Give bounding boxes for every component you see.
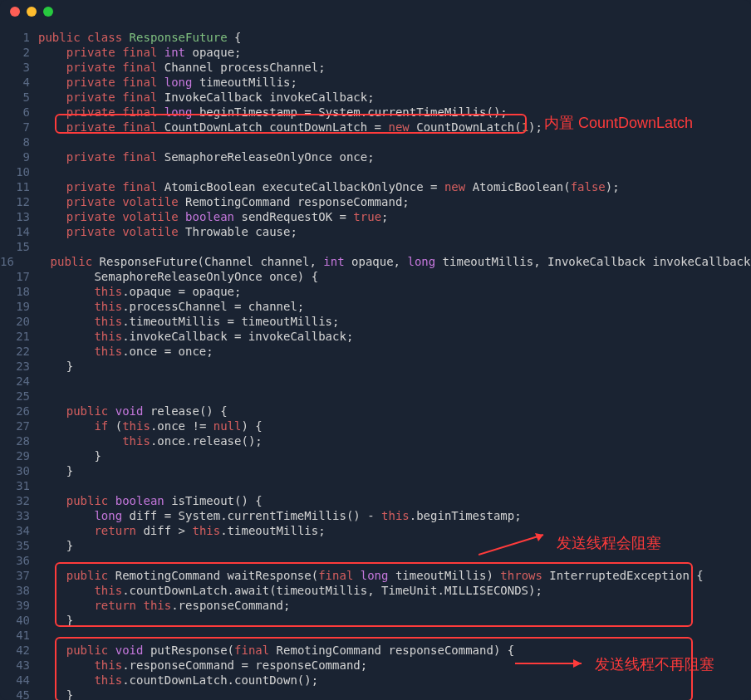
line-number: 27 — [0, 419, 38, 433]
code-line: 39 return this.responseCommand; — [0, 598, 751, 613]
code-line: 31 — [0, 478, 751, 493]
code-content: public ResponseFuture(Channel channel, i… — [22, 254, 751, 269]
line-number: 17 — [0, 269, 38, 284]
line-number: 26 — [0, 404, 38, 419]
code-content: if (this.once != null) { — [38, 419, 751, 433]
line-number: 4 — [0, 75, 38, 90]
line-number: 15 — [0, 239, 38, 254]
line-number: 24 — [0, 374, 38, 389]
code-line: 43 this.responseCommand = responseComman… — [0, 658, 751, 673]
close-icon[interactable] — [10, 7, 20, 17]
code-line: 18 this.opaque = opaque; — [0, 284, 751, 299]
code-line: 40 } — [0, 613, 751, 628]
line-number: 43 — [0, 658, 38, 673]
line-number: 41 — [0, 628, 38, 643]
line-number: 22 — [0, 344, 38, 359]
code-content: return diff > this.timeoutMillis; — [38, 523, 751, 538]
code-line: 37 public RemotingCommand waitResponse(f… — [0, 568, 751, 583]
code-line: 34 return diff > this.timeoutMillis; — [0, 523, 751, 538]
code-content: public void release() { — [38, 404, 751, 419]
code-content: } — [38, 359, 751, 374]
line-number: 8 — [0, 135, 38, 149]
code-line: 1public class ResponseFuture { — [0, 30, 751, 45]
code-content: } — [38, 688, 751, 700]
line-number: 31 — [0, 478, 38, 493]
code-content: this.responseCommand = responseCommand; — [38, 658, 751, 673]
code-line: 24 — [0, 374, 751, 389]
line-number: 36 — [0, 553, 38, 568]
code-content: } — [38, 463, 751, 478]
code-line: 27 if (this.once != null) { — [0, 419, 751, 433]
line-number: 1 — [0, 30, 38, 45]
code-content: private final int opaque; — [38, 45, 751, 60]
code-content: public RemotingCommand waitResponse(fina… — [38, 568, 751, 583]
maximize-icon[interactable] — [43, 7, 53, 17]
code-line: 30 } — [0, 463, 751, 478]
line-number: 45 — [0, 688, 38, 700]
line-number: 14 — [0, 224, 38, 239]
code-content: private volatile boolean sendRequestOK =… — [38, 209, 751, 224]
line-number: 34 — [0, 523, 38, 538]
code-line: 20 this.timeoutMillis = timeoutMillis; — [0, 314, 751, 329]
line-number: 29 — [0, 448, 38, 463]
code-window: 内置 CountDownLatch 发送线程会阻塞 发送线程不再阻塞 1publ… — [0, 0, 751, 700]
code-line: 45 } — [0, 688, 751, 700]
code-content — [38, 478, 751, 493]
line-number: 42 — [0, 643, 38, 658]
code-content: this.countDownLatch.countDown(); — [38, 673, 751, 688]
line-number: 28 — [0, 433, 38, 448]
line-number: 13 — [0, 209, 38, 224]
code-line: 8 — [0, 135, 751, 149]
code-content: SemaphoreReleaseOnlyOnce once) { — [38, 269, 751, 284]
line-number: 39 — [0, 598, 38, 613]
titlebar — [0, 0, 751, 23]
code-line: 23 } — [0, 359, 751, 374]
code-line: 4 private final long timeoutMillis; — [0, 75, 751, 90]
code-line: 19 this.processChannel = channel; — [0, 299, 751, 314]
code-line: 25 — [0, 389, 751, 404]
code-content: private final Channel processChannel; — [38, 60, 751, 75]
code-line: 33 long diff = System.currentTimeMillis(… — [0, 508, 751, 523]
code-line: 12 private volatile RemotingCommand resp… — [0, 194, 751, 209]
line-number: 7 — [0, 120, 38, 135]
line-number: 11 — [0, 179, 38, 194]
code-content — [38, 628, 751, 643]
line-number: 35 — [0, 538, 38, 553]
code-line: 2 private final int opaque; — [0, 45, 751, 60]
code-content: } — [38, 613, 751, 628]
code-line: 6 private final long beginTimestamp = Sy… — [0, 105, 751, 120]
line-number: 9 — [0, 149, 38, 164]
code-area: 内置 CountDownLatch 发送线程会阻塞 发送线程不再阻塞 1publ… — [0, 23, 751, 700]
line-number: 2 — [0, 45, 38, 60]
code-line: 17 SemaphoreReleaseOnlyOnce once) { — [0, 269, 751, 284]
code-line: 42 public void putResponse(final Remotin… — [0, 643, 751, 658]
code-content: this.opaque = opaque; — [38, 284, 751, 299]
code-line: 44 this.countDownLatch.countDown(); — [0, 673, 751, 688]
code-line: 16 public ResponseFuture(Channel channel… — [0, 254, 751, 269]
minimize-icon[interactable] — [27, 7, 37, 17]
code-line: 5 private final InvokeCallback invokeCal… — [0, 90, 751, 105]
code-line: 36 — [0, 553, 751, 568]
code-content — [38, 239, 751, 254]
code-content: this.once.release(); — [38, 433, 751, 448]
code-content: private final long beginTimestamp = Syst… — [38, 105, 751, 120]
line-number: 38 — [0, 583, 38, 598]
line-number: 16 — [0, 254, 22, 269]
code-line: 41 — [0, 628, 751, 643]
code-content: private final AtomicBoolean executeCallb… — [38, 179, 751, 194]
line-number: 30 — [0, 463, 38, 478]
code-content: private final CountDownLatch countDownLa… — [38, 120, 751, 135]
code-content — [38, 553, 751, 568]
line-number: 23 — [0, 359, 38, 374]
code-content: private final SemaphoreReleaseOnlyOnce o… — [38, 149, 751, 164]
line-number: 19 — [0, 299, 38, 314]
code-line: 28 this.once.release(); — [0, 433, 751, 448]
code-line: 32 public boolean isTimeout() { — [0, 493, 751, 508]
code-content: this.countDownLatch.await(timeoutMillis,… — [38, 583, 751, 598]
code-line: 22 this.once = once; — [0, 344, 751, 359]
code-line: 10 — [0, 164, 751, 179]
line-number: 44 — [0, 673, 38, 688]
line-number: 12 — [0, 194, 38, 209]
code-content — [38, 135, 751, 149]
line-number: 20 — [0, 314, 38, 329]
